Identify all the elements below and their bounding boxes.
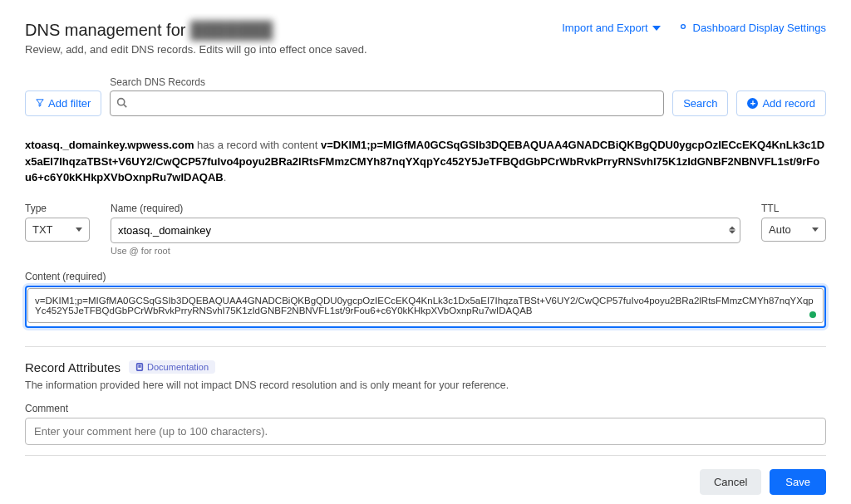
type-select[interactable]: TXT (25, 218, 90, 242)
page-subtitle: Review, add, and edit DNS records. Edits… (25, 43, 367, 56)
footer-actions: Cancel Save (25, 469, 826, 495)
svg-line-1 (124, 104, 126, 106)
page-header: DNS management for ███████ Review, add, … (25, 21, 826, 56)
summary-mid: has a record with content (194, 139, 321, 151)
content-label: Content (required) (25, 271, 826, 282)
chevron-up-icon (729, 227, 735, 230)
page-title: DNS management for ███████ (25, 21, 367, 40)
record-summary: xtoasq._domainkey.wpwess.com has a recor… (25, 137, 826, 186)
search-field: Search DNS Records (110, 76, 664, 116)
plus-circle-icon: + (747, 98, 758, 109)
search-label: Search DNS Records (110, 76, 664, 88)
ttl-label: TTL (761, 203, 826, 214)
import-export-label: Import and Export (562, 22, 647, 34)
documentation-link[interactable]: Documentation (129, 360, 215, 374)
cancel-button[interactable]: Cancel (700, 469, 761, 495)
attributes-heading: Record Attributes (25, 360, 121, 374)
filter-icon (36, 97, 44, 110)
name-input[interactable] (111, 218, 740, 243)
ttl-field: TTL Auto (761, 203, 826, 256)
type-field: Type TXT (25, 203, 90, 256)
comment-input[interactable] (25, 418, 826, 445)
separator (25, 455, 826, 456)
search-button[interactable]: Search (672, 91, 728, 116)
attributes-description: The information provided here will not i… (25, 379, 826, 391)
content-textarea-wrapper (25, 286, 826, 328)
separator (25, 346, 826, 347)
comment-label: Comment (25, 403, 826, 414)
comment-field: Comment (25, 403, 826, 445)
title-domain-obscured: ███████ (190, 21, 273, 40)
attributes-header: Record Attributes Documentation (25, 360, 826, 374)
search-button-label: Search (683, 97, 717, 110)
add-record-button[interactable]: + Add record (736, 91, 826, 116)
spinner-icon[interactable] (729, 227, 735, 234)
add-filter-button[interactable]: Add filter (25, 91, 101, 116)
book-icon (135, 363, 144, 371)
content-textarea[interactable] (27, 288, 824, 323)
gear-icon (677, 21, 689, 35)
header-actions: Import and Export Dashboard Display Sett… (562, 21, 826, 35)
ttl-select[interactable]: Auto (761, 218, 826, 242)
documentation-label: Documentation (147, 362, 209, 372)
type-value: TXT (32, 223, 53, 236)
add-record-label: Add record (762, 97, 815, 110)
chevron-down-icon (76, 228, 82, 232)
dashboard-settings-label: Dashboard Display Settings (693, 22, 826, 34)
name-hint: Use @ for root (111, 246, 740, 256)
search-input[interactable] (110, 91, 664, 116)
svg-point-0 (118, 98, 125, 105)
name-field: Name (required) Use @ for root (111, 203, 740, 256)
search-toolbar: Add filter Search DNS Records Search + A… (25, 76, 826, 116)
chevron-down-icon (652, 26, 661, 31)
dashboard-settings-link[interactable]: Dashboard Display Settings (677, 21, 826, 35)
summary-hostname: xtoasq._domainkey.wpwess.com (25, 139, 194, 151)
title-prefix: DNS management for (25, 21, 190, 39)
chevron-down-icon (812, 228, 819, 232)
record-form-row: Type TXT Name (required) Use @ for root … (25, 203, 826, 256)
save-button[interactable]: Save (770, 469, 826, 495)
add-filter-label: Add filter (48, 97, 91, 110)
status-dot-icon (809, 311, 816, 318)
import-export-link[interactable]: Import and Export (562, 22, 660, 34)
chevron-down-icon (729, 231, 735, 234)
name-label: Name (required) (111, 203, 740, 214)
type-label: Type (25, 203, 90, 214)
search-icon (116, 97, 127, 110)
content-field: Content (required) (25, 271, 826, 328)
header-title-block: DNS management for ███████ Review, add, … (25, 21, 367, 56)
ttl-value: Auto (769, 223, 791, 236)
